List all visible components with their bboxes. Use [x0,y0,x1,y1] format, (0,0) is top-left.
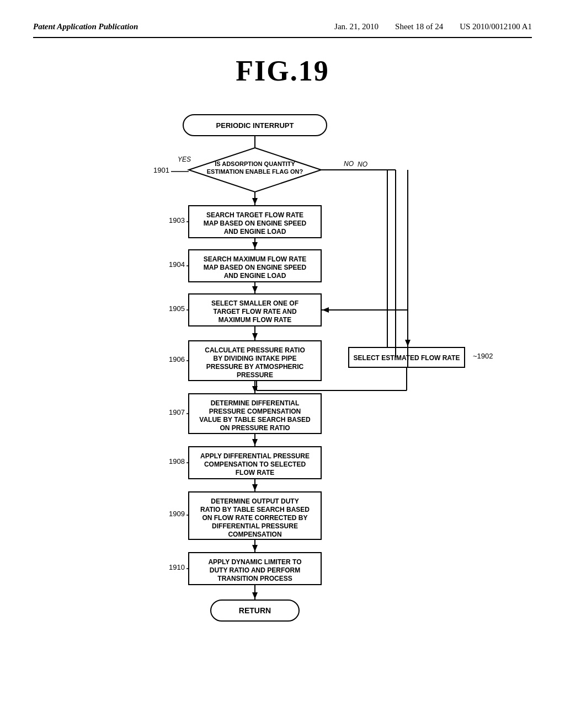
step-1904-3: AND ENGINE LOAD [224,272,286,280]
step-1907-4: ON PRESSURE RATIO [220,424,290,432]
step-1903-1: SEARCH TARGET FLOW RATE [206,211,303,219]
page-header: Patent Application Publication Jan. 21, … [33,22,532,38]
step-1907-3: VALUE BY TABLE SEARCH BASED [199,416,311,424]
step-1909-5: COMPENSATION [228,531,281,538]
step-1905-3: MAXIMUM FLOW RATE [218,316,291,324]
ref-1905: 1905 [169,304,185,313]
svg-marker-49 [252,484,258,491]
step-1906-3: PRESSURE BY ATMOSPHERIC [206,363,304,371]
step-1904-1: SEARCH MAXIMUM FLOW RATE [204,255,306,263]
svg-marker-43 [252,198,258,205]
publication-label: Patent Application Publication [33,22,138,31]
ref-1909: 1909 [169,510,185,518]
ref-1902: ~1902 [473,352,493,360]
sheet-info: Sheet 18 of 24 [395,22,443,31]
step-1909-1: DETERMINE OUTPUT DUTY [211,497,299,505]
no-text: NO [358,160,367,168]
svg-marker-42 [322,307,329,313]
svg-marker-44 [252,242,258,249]
ref-1907: 1907 [169,408,185,416]
step-1910-3: TRANSITION PROCESS [217,575,292,582]
step-1902: SELECT ESTIMATED FLOW RATE [354,354,460,362]
yes-label: YES [178,156,191,163]
ref-1901: 1901 [153,166,169,174]
decision-text-2: ESTIMATION ENABLE FLAG ON? [207,168,303,175]
ref-1903: 1903 [169,216,185,224]
header-info: Jan. 21, 2010 Sheet 18 of 24 US 2010/001… [334,22,532,31]
ref-1908: 1908 [169,457,185,465]
decision-text-1: IS ADSORPTION QUANTITY [215,160,295,167]
step-1908-3: FLOW RATE [236,469,274,477]
svg-marker-48 [252,439,258,446]
svg-marker-50 [252,545,258,552]
step-1903-3: AND ENGINE LOAD [224,228,286,235]
step-1908-2: COMPENSATION TO SELECTED [204,461,306,468]
figure-title: FIG.19 [33,55,532,87]
flowchart: PERIODIC INTERRUPT IS ADSORPTION QUANTIT… [56,109,509,705]
step-1906-4: PRESSURE [237,371,273,379]
step-1909-2: RATIO BY TABLE SEARCH BASED [200,506,310,513]
step-1907-1: DETERMINE DIFFERENTIAL [211,399,300,407]
start-label: PERIODIC INTERRUPT [216,121,294,130]
no-label: NO [344,160,354,168]
ref-1904: 1904 [169,260,185,269]
step-1909-3: ON FLOW RATE CORRECTED BY [202,514,307,522]
patent-number: US 2010/0012100 A1 [460,22,532,31]
step-1905-1: SELECT SMALLER ONE OF [211,299,299,307]
step-1903-2: MAP BASED ON ENGINE SPEED [204,220,307,227]
ref-1906: 1906 [169,355,185,363]
step-1908-1: APPLY DIFFERENTIAL PRESSURE [200,452,310,460]
svg-marker-46 [252,333,258,340]
end-label: RETURN [239,606,271,615]
ref-1910: 1910 [169,563,185,571]
step-1906-2: BY DIVIDING INTAKE PIPE [214,355,297,362]
step-1905-2: TARGET FLOW RATE AND [213,308,296,315]
publication-date: Jan. 21, 2010 [334,22,379,31]
page: Patent Application Publication Jan. 21, … [0,0,565,728]
step-1904-2: MAP BASED ON ENGINE SPEED [204,264,307,271]
step-1910-2: DUTY RATIO AND PERFORM [210,566,300,574]
step-1910-1: APPLY DYNAMIC LIMITER TO [208,558,301,566]
svg-marker-45 [252,286,258,293]
svg-marker-51 [252,592,258,599]
step-1906-1: CALCULATE PRESSURE RATIO [205,346,305,354]
step-1907-2: PRESSURE COMPENSATION [209,408,301,415]
step-1909-4: DIFFERENTIAL PRESSURE [212,522,298,530]
